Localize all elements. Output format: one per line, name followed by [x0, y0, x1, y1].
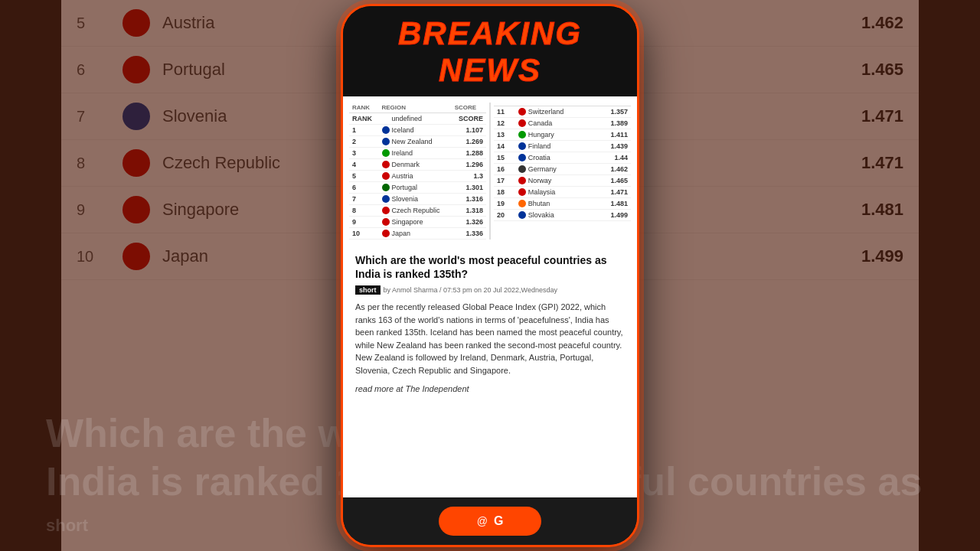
rank-cell: 10: [349, 228, 379, 240]
country-cell: New Zealand: [379, 136, 452, 148]
read-more-link[interactable]: read more at The Independent: [355, 384, 625, 393]
flag-icon: [518, 188, 526, 196]
meta-byline: by Anmol Sharma / 07:53 pm on 20 Jul 202…: [384, 286, 557, 294]
score-cell: 1.269: [452, 136, 486, 148]
flag-icon: [382, 126, 390, 134]
flag-icon: [518, 119, 526, 127]
country-name: Bhutan: [528, 200, 550, 207]
table-row: 7 Slovenia 1.316: [349, 194, 486, 205]
g-label: G: [494, 514, 503, 528]
score-cell: 1.465: [595, 175, 631, 187]
rank-cell: 1: [349, 125, 379, 136]
country-name: Croatia: [528, 154, 550, 161]
table-row: 9 Singapore 1.326: [349, 217, 486, 228]
country-cell: Switzerland: [515, 106, 595, 118]
rank-cell: 3: [349, 148, 379, 159]
rankings-two-col: RANK REGION SCORE RANK undefined SCORE: [349, 103, 631, 240]
flag-icon: [382, 161, 390, 168]
table-row: 6 Portugal 1.301: [349, 182, 486, 194]
score-cell: 1.288: [452, 148, 486, 159]
article-body: As per the recently released Global Peac…: [355, 301, 625, 377]
score-cell: 1.44: [595, 152, 631, 164]
country-name: Japan: [392, 230, 411, 237]
country-name: Slovakia: [528, 211, 554, 219]
table-row: 10 Japan 1.336: [349, 228, 486, 240]
country-name: Canada: [528, 119, 553, 127]
table-row: RANK undefined SCORE: [349, 113, 486, 125]
country-cell: undefined: [379, 113, 452, 125]
article-area: Which are the world's most peaceful coun…: [343, 246, 637, 497]
table-row: 8 Czech Republic 1.318: [349, 205, 486, 217]
phone-bottom-bar: @ G: [343, 497, 637, 545]
score-cell: 1.481: [595, 198, 631, 210]
rank-cell: RANK: [349, 113, 379, 125]
country-name: Iceland: [392, 126, 414, 134]
country-cell: Singapore: [379, 217, 452, 228]
score-cell: 1.326: [452, 217, 486, 228]
country-name: Denmark: [392, 161, 420, 168]
score-header: SCORE: [452, 103, 486, 113]
phone-content-area: RANK REGION SCORE RANK undefined SCORE: [343, 96, 637, 497]
table-row: 12 Canada 1.389: [494, 118, 631, 129]
country-name: New Zealand: [392, 138, 433, 145]
score-cell: 1.3: [452, 171, 486, 182]
country-cell: Japan: [379, 228, 452, 240]
flag-icon: [382, 138, 390, 145]
meta-short-badge: short: [355, 285, 381, 295]
country-cell: Bhutan: [515, 198, 595, 210]
rankings-left-table: RANK REGION SCORE RANK undefined SCORE: [349, 103, 486, 240]
article-meta: short by Anmol Sharma / 07:53 pm on 20 J…: [355, 285, 625, 295]
country-cell: Norway: [515, 175, 595, 187]
table-row: 15 Croatia 1.44: [494, 152, 631, 164]
country-name: Singapore: [392, 218, 423, 226]
flag-icon: [518, 142, 526, 150]
country-name: Ireland: [392, 149, 413, 157]
rank-cell: 11: [494, 106, 515, 118]
flag-icon: [518, 108, 526, 116]
flag-icon: [518, 131, 526, 139]
country-cell: Croatia: [515, 152, 595, 164]
country-name: Portugal: [392, 184, 418, 191]
table-row: 17 Norway 1.465: [494, 175, 631, 187]
rank-cell: 9: [349, 217, 379, 228]
country-cell: Slovenia: [379, 194, 452, 205]
flag-icon: [518, 165, 526, 173]
score-cell: 1.316: [452, 194, 486, 205]
bg-headline-right: ful countries as: [628, 458, 934, 505]
table-row: 13 Hungary 1.411: [494, 129, 631, 141]
table-row: 18 Malaysia 1.471: [494, 187, 631, 198]
rank-cell: 8: [349, 205, 379, 217]
table-row: 11 Switzerland 1.357: [494, 106, 631, 118]
rank-cell: 12: [494, 118, 515, 129]
rank-cell: 14: [494, 141, 515, 152]
score-cell: 1.336: [452, 228, 486, 240]
table-row: 16 Germany 1.462: [494, 164, 631, 175]
country-name: Malaysia: [528, 188, 556, 196]
flag-icon: [382, 115, 390, 122]
rank-cell: 16: [494, 164, 515, 175]
phone-modal: BREAKING NEWS RANK REGION SCORE: [341, 4, 639, 547]
bottom-pill-button[interactable]: @ G: [439, 507, 542, 536]
score-cell: 1.411: [595, 129, 631, 141]
bg-short-label: short: [46, 516, 88, 536]
score-cell: 1.389: [595, 118, 631, 129]
score-cell: 1.499: [595, 210, 631, 221]
flag-icon: [382, 218, 390, 226]
score-cell: 1.357: [595, 106, 631, 118]
country-name: Germany: [528, 165, 557, 173]
country-cell: Austria: [379, 171, 452, 182]
rank-cell: 4: [349, 159, 379, 171]
country-name: Czech Republic: [392, 207, 440, 214]
rank-cell: 5: [349, 171, 379, 182]
country-cell: Malaysia: [515, 187, 595, 198]
table-row: 2 New Zealand 1.269: [349, 136, 486, 148]
rank-cell: 13: [494, 129, 515, 141]
country-cell: Iceland: [379, 125, 452, 136]
flag-icon: [382, 149, 390, 157]
country-name: Slovenia: [392, 195, 419, 203]
country-cell: Hungary: [515, 129, 595, 141]
rank-header: RANK: [349, 103, 379, 113]
score-cell: 1.301: [452, 182, 486, 194]
table-row: 20 Slovakia 1.499: [494, 210, 631, 221]
country-cell: Denmark: [379, 159, 452, 171]
